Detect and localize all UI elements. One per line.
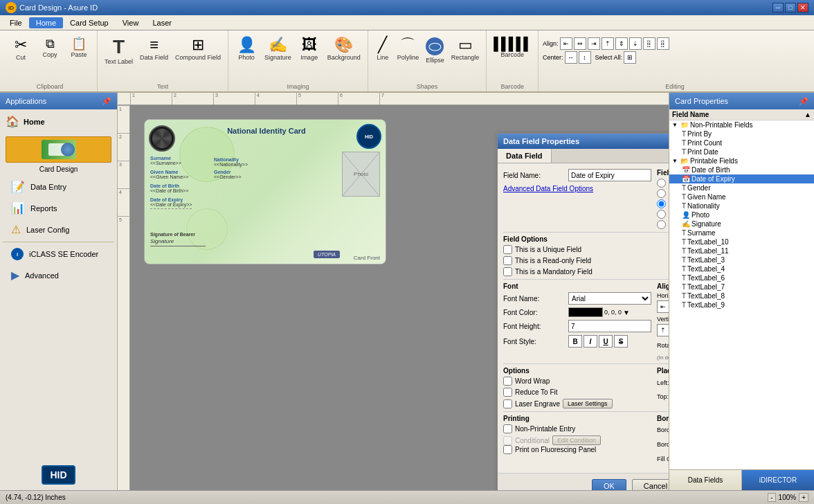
copy-button[interactable]: ⧉ Copy bbox=[36, 36, 64, 60]
sidebar-item-home[interactable]: 🏠 Home bbox=[0, 109, 117, 134]
right-sidebar-pin[interactable]: 📌 bbox=[799, 97, 808, 106]
align-h-left-button[interactable]: ⇤ bbox=[657, 300, 669, 313]
align-center-v-button[interactable]: ⇕ bbox=[615, 37, 628, 50]
tree-textlabel-10[interactable]: T TextLabel_10 bbox=[669, 237, 814, 246]
tree-date-of-birth[interactable]: 📅 Date of Birth bbox=[669, 165, 814, 174]
type-date-radio[interactable]: Date bbox=[657, 199, 669, 208]
font-name-select[interactable]: Arial bbox=[568, 292, 651, 305]
cancel-button[interactable]: Cancel bbox=[632, 479, 669, 490]
tab-data-field[interactable]: Data Field bbox=[498, 149, 552, 163]
zoom-out-button[interactable]: - bbox=[768, 493, 775, 502]
sidebar-item-iclass[interactable]: i iCLASS SE Encoder bbox=[0, 244, 117, 264]
maximize-button[interactable]: □ bbox=[785, 3, 796, 12]
polyline-button[interactable]: ⌒ Polyline bbox=[395, 36, 422, 62]
tree-print-date[interactable]: T Print Date bbox=[669, 147, 814, 156]
data-field-button[interactable]: ≡ Data Field bbox=[137, 36, 171, 62]
menu-file[interactable]: File bbox=[3, 17, 29, 28]
ellipse-button[interactable]: ⬭ Ellipse bbox=[423, 36, 447, 65]
font-color-swatch[interactable] bbox=[568, 307, 603, 317]
minimize-button[interactable]: ─ bbox=[772, 3, 784, 12]
tree-surname[interactable]: T Surname bbox=[669, 228, 814, 237]
underline-button[interactable]: U bbox=[599, 335, 613, 348]
edit-condition-button[interactable]: Edit Condition bbox=[552, 435, 601, 445]
italic-button[interactable]: I bbox=[584, 335, 597, 348]
compound-field-button[interactable]: ⊞ Compound Field bbox=[172, 36, 224, 62]
tree-textlabel-6[interactable]: T TextLabel_6 bbox=[669, 273, 814, 282]
signature-button[interactable]: ✍ Signature bbox=[262, 36, 294, 62]
bold-button[interactable]: B bbox=[568, 335, 582, 348]
tree-non-printable-group[interactable]: ▼ 📁 Non-Printable Fields bbox=[669, 120, 814, 129]
line-button[interactable]: ╱ Line bbox=[372, 36, 393, 62]
align-left-button[interactable]: ⇤ bbox=[560, 37, 572, 50]
image-button[interactable]: 🖼 Image bbox=[296, 36, 323, 62]
menu-laser[interactable]: Laser bbox=[145, 17, 179, 28]
expand-non-printable-icon[interactable]: ▼ bbox=[672, 122, 679, 128]
tree-photo[interactable]: 👤 Photo bbox=[669, 210, 814, 219]
tree-printable-group[interactable]: ▼ 📂 Printable Fields bbox=[669, 156, 814, 165]
align-bottom-button[interactable]: ⇣ bbox=[629, 37, 642, 50]
select-all-button[interactable]: ⊞ bbox=[624, 51, 636, 64]
mandatory-field-checkbox-row[interactable]: This is a Mandatory Field bbox=[503, 267, 669, 276]
strikethrough-button[interactable]: S bbox=[614, 335, 628, 348]
data-fields-tab-button[interactable]: Data Fields bbox=[669, 470, 742, 490]
expand-printable-icon[interactable]: ▼ bbox=[672, 158, 679, 164]
readonly-field-checkbox-row[interactable]: This is a Read-only Field bbox=[503, 256, 669, 265]
sidebar-item-card-design[interactable]: Card Design bbox=[0, 134, 117, 176]
align-distribute-h-button[interactable]: ⣿ bbox=[643, 37, 655, 50]
laser-settings-button[interactable]: Laser Settings bbox=[563, 399, 613, 408]
font-color-dropdown[interactable]: ▼ bbox=[623, 309, 630, 316]
tree-nationality[interactable]: T Nationality bbox=[669, 201, 814, 210]
tree-print-count[interactable]: T Print Count bbox=[669, 138, 814, 147]
reduce-to-fit-row[interactable]: Reduce To Fit bbox=[503, 388, 651, 397]
title-bar-buttons[interactable]: ─ □ ✕ bbox=[772, 3, 808, 12]
word-wrap-row[interactable]: Word Wrap bbox=[503, 377, 651, 386]
text-label-button[interactable]: T Text Label bbox=[102, 36, 136, 66]
ok-button[interactable]: OK bbox=[592, 479, 626, 490]
align-v-top-button[interactable]: ⇡ bbox=[657, 324, 669, 336]
align-center-h-button[interactable]: ⇔ bbox=[574, 37, 586, 50]
id-card[interactable]: HID National Identity Card Photo bbox=[144, 119, 386, 264]
font-height-input[interactable] bbox=[568, 320, 651, 332]
sidebar-pin[interactable]: 📌 bbox=[102, 97, 111, 106]
advanced-options-link[interactable]: Advanced Data Field Options bbox=[503, 185, 593, 192]
cut-button[interactable]: ✂ Cut bbox=[7, 36, 35, 62]
menu-view[interactable]: View bbox=[116, 17, 146, 28]
unique-field-checkbox-row[interactable]: This is a Unique Field bbox=[503, 245, 669, 254]
non-printable-row[interactable]: Non-Printable Entry bbox=[503, 424, 651, 433]
close-button[interactable]: ✕ bbox=[797, 3, 808, 12]
conditional-row[interactable]: Conditional bbox=[503, 436, 550, 445]
photo-button[interactable]: 👤 Photo bbox=[233, 36, 260, 62]
laser-engrave-row[interactable]: Laser Engrave bbox=[503, 399, 560, 408]
sort-icon[interactable]: ▲ bbox=[804, 111, 811, 118]
align-distribute-v-button[interactable]: ⣿ bbox=[657, 37, 669, 50]
tree-date-of-expiry[interactable]: 📅 Date of Expiry bbox=[669, 174, 814, 183]
tree-gender[interactable]: T Gender bbox=[669, 183, 814, 192]
type-numeric-radio[interactable]: Numeric bbox=[657, 220, 669, 229]
tree-textlabel-7[interactable]: T TextLabel_7 bbox=[669, 282, 814, 291]
idirector-tab-button[interactable]: iDIRECTOR bbox=[742, 470, 814, 490]
rectangle-button[interactable]: ▭ Rectangle bbox=[449, 36, 482, 62]
barcode-button[interactable]: ▌▌▌▌▌ Barcode bbox=[491, 36, 534, 60]
background-button[interactable]: 🎨 Background bbox=[325, 36, 363, 62]
sidebar-item-laser-config[interactable]: ⚠ Laser Config bbox=[0, 219, 117, 240]
fluorescing-row[interactable]: Print on Fluorescing Panel bbox=[503, 445, 651, 454]
tree-signature[interactable]: ✍ Signature bbox=[669, 219, 814, 228]
type-list-radio[interactable]: List bbox=[657, 189, 669, 198]
tree-textlabel-4[interactable]: T TextLabel_4 bbox=[669, 264, 814, 273]
field-name-input[interactable] bbox=[568, 169, 651, 181]
center-v-button[interactable]: ↕ bbox=[579, 51, 591, 64]
menu-card-setup[interactable]: Card Setup bbox=[63, 17, 116, 28]
type-yesno-radio[interactable]: Yes/No bbox=[657, 210, 669, 219]
sidebar-item-data-entry[interactable]: 📝 Data Entry bbox=[0, 176, 117, 197]
tree-print-by[interactable]: T Print By bbox=[669, 129, 814, 138]
tree-textlabel-9[interactable]: T TextLabel_9 bbox=[669, 300, 814, 309]
paste-button[interactable]: 📋 Paste bbox=[65, 36, 93, 60]
type-text-radio[interactable]: Text bbox=[657, 179, 669, 188]
center-h-button[interactable]: ↔ bbox=[565, 51, 577, 64]
sidebar-item-reports[interactable]: 📊 Reports bbox=[0, 197, 117, 219]
zoom-in-button[interactable]: + bbox=[799, 493, 808, 502]
tree-textlabel-8[interactable]: T TextLabel_8 bbox=[669, 291, 814, 300]
align-right-button[interactable]: ⇥ bbox=[588, 37, 600, 50]
tree-given-name[interactable]: T Given Name bbox=[669, 192, 814, 201]
tree-textlabel-11[interactable]: T TextLabel_11 bbox=[669, 246, 814, 255]
